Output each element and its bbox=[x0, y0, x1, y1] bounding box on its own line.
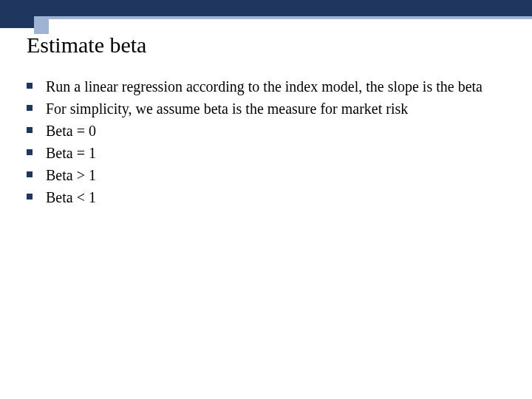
bullet-text: Beta < 1 bbox=[46, 188, 96, 207]
header-decoration bbox=[0, 0, 532, 30]
list-item: For simplicity, we assume beta is the me… bbox=[27, 99, 507, 118]
list-item: Beta < 1 bbox=[27, 188, 507, 207]
bullet-icon bbox=[27, 127, 33, 133]
header-dark-block bbox=[0, 0, 34, 28]
bullet-text: Run a linear regression according to the… bbox=[46, 77, 482, 96]
bullet-text: Beta = 1 bbox=[46, 143, 96, 163]
bullet-icon bbox=[27, 105, 33, 111]
header-dark-bar bbox=[0, 0, 532, 16]
bullet-icon bbox=[27, 149, 33, 155]
bullet-text: Beta > 1 bbox=[46, 166, 96, 185]
bullet-icon bbox=[27, 83, 33, 89]
bullet-icon bbox=[27, 171, 33, 177]
list-item: Run a linear regression according to the… bbox=[27, 77, 507, 96]
list-item: Beta = 0 bbox=[27, 121, 507, 140]
bullet-icon bbox=[27, 194, 33, 200]
list-item: Beta > 1 bbox=[27, 166, 507, 185]
list-item: Beta = 1 bbox=[27, 143, 507, 163]
bullet-text: Beta = 0 bbox=[46, 121, 96, 140]
header-light-strip bbox=[0, 16, 532, 19]
content-area: Run a linear regression according to the… bbox=[27, 77, 507, 210]
bullet-text: For simplicity, we assume beta is the me… bbox=[46, 99, 408, 118]
header-light-block bbox=[34, 19, 49, 34]
slide-title: Estimate beta bbox=[27, 33, 146, 58]
